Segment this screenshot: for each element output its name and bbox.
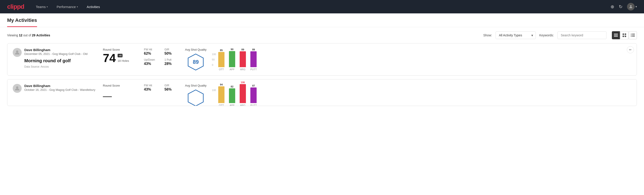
- activity-type-select-wrap: All Activity Types: [496, 32, 536, 39]
- page-title: My Activities: [7, 18, 37, 27]
- refresh-icon[interactable]: ↻: [619, 4, 622, 9]
- svg-rect-9: [632, 34, 635, 34]
- card-source-1: Data Source: Arccos: [24, 65, 98, 68]
- y-label-0: 0: [212, 64, 216, 66]
- y-axis-2: 100: [212, 89, 216, 106]
- round-score-2: Round Score: [103, 84, 138, 97]
- bars-2: 94 OTT 82 APP 106: [218, 84, 257, 106]
- asq-label-2: Avg Shot Quality: [185, 84, 207, 87]
- svg-point-0: [630, 5, 632, 7]
- bars-1: 85 OTT 90 APP: [218, 48, 257, 71]
- bar-app-value-2: 82: [231, 85, 234, 88]
- bar-chart-2: 100 94 OTT 82 APP: [212, 84, 292, 106]
- svg-rect-11: [632, 35, 635, 36]
- bar-putt-2: 87 PUTT: [250, 84, 257, 106]
- stat-fwhit-1: FW Hit 62%: [144, 48, 159, 56]
- search-input[interactable]: [558, 32, 606, 39]
- bar-ott-value-1: 85: [220, 49, 223, 52]
- bar-ott-label-1: OTT: [219, 68, 224, 71]
- rs-badge-1: +4: [118, 54, 123, 57]
- nav-right: ⊕ ↻ ▾: [610, 3, 637, 10]
- page-content: My Activities Viewing 12 out of 29 Activ…: [0, 14, 644, 195]
- card-left-2: Dave Billingham October 16, 2021 - Gog M…: [13, 84, 98, 93]
- rs-holes-1: 18 Holes: [118, 59, 129, 62]
- round-score-1: Round Score 74 +4 18 Holes: [103, 48, 138, 64]
- y-label-100-2: 100: [212, 89, 216, 92]
- card-date-2: October 16, 2021 - Gog Magog Golf Club -…: [24, 88, 98, 92]
- activity-card-2: Dave Billingham October 16, 2021 - Gog M…: [7, 79, 637, 106]
- bar-app-1: 90 APP: [229, 48, 235, 71]
- avatar: [627, 3, 635, 10]
- card-avatar-1: [13, 48, 22, 57]
- chart-inner-2: 100 94 OTT 82 APP: [212, 84, 292, 106]
- bar-arg-bar-1: [240, 51, 246, 67]
- card-date-1: December 05, 2021 - Gog Magog Golf Club …: [24, 52, 98, 56]
- show-label: Show:: [483, 34, 492, 37]
- bar-putt-label-1: PUTT: [250, 68, 257, 71]
- svg-rect-7: [625, 36, 626, 37]
- card-avatar-2: [13, 84, 22, 93]
- bar-putt-label-2: PUTT: [250, 104, 257, 106]
- bar-arg-1: 89 ARG: [240, 48, 246, 71]
- filter-bar: Viewing 12 out of 29 Activities Show: Al…: [0, 27, 644, 43]
- y-label-50: 50: [212, 58, 216, 61]
- view-list-compact-button[interactable]: [612, 31, 620, 39]
- avatar-chevron-icon: ▾: [636, 5, 637, 8]
- bar-app-label-2: APP: [230, 104, 234, 106]
- svg-marker-17: [188, 90, 203, 106]
- bar-putt-bar-2: [250, 88, 256, 103]
- y-axis-1: 100 50 0: [212, 53, 216, 71]
- bar-app-2: 82 APP: [229, 85, 235, 106]
- svg-rect-5: [625, 34, 626, 35]
- bar-arg-bar-2: [240, 84, 246, 103]
- bar-ott-value-2: 94: [220, 83, 223, 86]
- svg-rect-3: [614, 36, 618, 37]
- avg-shot-1: Avg Shot Quality 89 100: [185, 48, 292, 71]
- avatar-menu[interactable]: ▾: [627, 3, 637, 10]
- rs-number-1: 74: [103, 52, 116, 64]
- bar-ott-2: 94 OTT: [218, 83, 224, 106]
- edit-button-1[interactable]: ✏: [627, 46, 634, 53]
- svg-rect-13: [632, 36, 635, 37]
- stat-updown-1: Up/Down 43%: [144, 58, 159, 66]
- bar-arg-label-1: ARG: [240, 68, 246, 71]
- cards-section: Dave Billingham December 05, 2021 - Gog …: [0, 43, 644, 115]
- svg-rect-10: [631, 35, 632, 36]
- add-icon[interactable]: ⊕: [610, 4, 614, 9]
- hexagon-wrap-1: 89: [185, 53, 207, 71]
- card-info-2: Dave Billingham October 16, 2021 - Gog M…: [24, 84, 98, 92]
- bar-chart-1: 100 50 0 85 OTT: [212, 48, 292, 71]
- stats-grid-1: FW Hit 62% GIR 50% Up/Down 43% 1 Putt 28…: [144, 48, 180, 68]
- bar-ott-bar-2: [218, 86, 224, 103]
- bar-arg-2: 106 ARG: [240, 81, 246, 106]
- view-grid-button[interactable]: [620, 31, 628, 39]
- hex-score-1: 89: [193, 59, 199, 65]
- rs-value-row-1: 74 +4 18 Holes: [103, 52, 138, 64]
- activity-type-select[interactable]: All Activity Types: [496, 32, 536, 39]
- logo: clippd: [7, 3, 24, 10]
- bar-app-bar-2: [229, 88, 235, 103]
- stat-1putt-1: 1 Putt 28%: [164, 58, 180, 66]
- view-list-button[interactable]: [629, 31, 637, 39]
- card-title-1: Morning round of golf: [24, 58, 98, 63]
- performance-chevron-icon: ▾: [77, 6, 78, 8]
- bar-putt-bar-1: [250, 51, 256, 67]
- svg-point-16: [16, 86, 18, 88]
- nav-performance[interactable]: Performance ▾: [56, 3, 79, 10]
- page-header: My Activities: [0, 14, 644, 27]
- keywords-label: Keywords:: [539, 34, 554, 37]
- bar-putt-value-2: 87: [252, 84, 255, 87]
- stat-gir-1: GIR 50%: [164, 48, 180, 56]
- card-name-1: Dave Billingham: [24, 48, 98, 52]
- nav-activities[interactable]: Activities: [86, 3, 101, 10]
- stats-grid-2: FW Hit 43% GIR 56%: [144, 84, 180, 93]
- viewing-count: 12: [19, 34, 22, 37]
- svg-rect-6: [622, 36, 624, 37]
- viewing-text: Viewing 12 out of 29 Activities: [7, 34, 480, 37]
- nav-teams[interactable]: Teams ▾: [35, 3, 48, 10]
- svg-rect-8: [631, 34, 632, 34]
- view-toggles: [612, 31, 637, 39]
- bar-arg-value-1: 89: [242, 48, 244, 51]
- activity-card: Dave Billingham December 05, 2021 - Gog …: [7, 43, 637, 76]
- teams-chevron-icon: ▾: [47, 6, 48, 8]
